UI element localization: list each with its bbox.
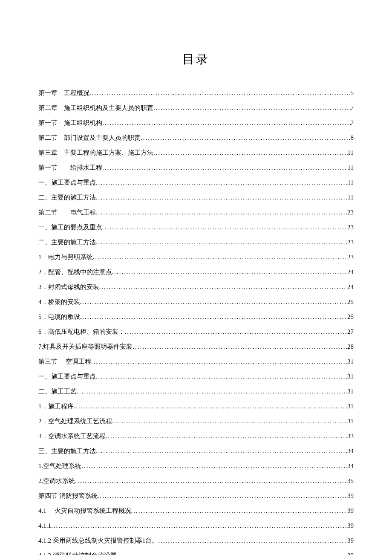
toc-leader-dots [102, 222, 347, 232]
toc-entry-page: 31 [347, 356, 354, 367]
toc-entry: 第一节 施工组织机构7 [38, 118, 354, 128]
toc-leader-dots [99, 282, 348, 292]
toc-leader-dots [93, 252, 348, 262]
toc-leader-dots [153, 103, 351, 113]
toc-entry-text: 三、主要的施工方法 [38, 446, 96, 456]
toc-entry-page: 35 [347, 476, 354, 486]
toc-entry-text: 1 电力与照明系统 [38, 252, 93, 262]
toc-entry-page: 23 [347, 222, 354, 232]
toc-entry-page: 23 [347, 252, 354, 262]
toc-entry: 二、主要的施工方法11 [38, 192, 354, 202]
toc-entry: 一、施工的要点及重点23 [38, 222, 354, 232]
toc-entry: 6．高低压配电柜、箱的安装：27 [38, 327, 354, 337]
toc-entry-page: 11 [348, 192, 354, 202]
toc-entry: 3．封闭式母线的安装24 [38, 282, 354, 292]
toc-entry-text: 3．封闭式母线的安装 [38, 282, 99, 292]
toc-entry-text: 第四节 消防报警系统 [38, 491, 98, 501]
toc-leader-dots [96, 177, 348, 188]
toc-leader-dots [125, 327, 348, 337]
toc-entry: 4.1.139 [38, 520, 354, 531]
toc-leader-dots [89, 88, 351, 98]
toc-entry: 三、主要的施工方法34 [38, 446, 354, 456]
toc-entry-page: 11 [348, 162, 354, 173]
toc-entry-text: 二、主要的施工方法 [38, 192, 96, 202]
toc-entry-text: 第二节 电气工程 [38, 207, 96, 217]
toc-entry: 第三节 空调工程31 [38, 356, 354, 367]
toc-entry-page: 11 [348, 177, 354, 188]
toc-entry-text: 4.1 火灾自动报警系统工程概况 [38, 506, 131, 516]
toc-entry-page: 31 [347, 401, 354, 411]
toc-entry-page: 25 [347, 297, 354, 307]
toc-entry-page: 39 [347, 506, 354, 516]
toc-entry: 3．空调水系统工艺流程33 [38, 431, 354, 441]
toc-entry-page: 5 [351, 88, 354, 98]
toc-leader-dots [112, 267, 348, 277]
toc-entry-page: 39 [347, 550, 354, 555]
toc-entry-page: 24 [347, 282, 354, 292]
toc-entry: 二、主要的施工方法23 [38, 237, 354, 247]
toc-entry-text: 二、主要的施工方法 [38, 237, 96, 247]
toc-entry: 4.1.3 消防联动控制台的设置 39 [38, 550, 354, 555]
toc-leader-dots [96, 446, 347, 456]
toc-entry: 4.1 火灾自动报警系统工程概况39 [38, 506, 354, 516]
toc-entry-text: 4.1.2 采用两线总线制火灾报警控制器1台。 [38, 535, 158, 546]
toc-entry: 第四节 消防报警系统39 [38, 491, 354, 501]
toc-entry-page: 7 [351, 118, 354, 128]
toc-entry-text: 一、施工的要点及重点 [38, 222, 102, 232]
toc-entry: 1．施工程序31 [38, 401, 354, 411]
toc-leader-dots [96, 371, 347, 382]
toc-entry-text: 1．施工程序 [38, 401, 74, 411]
toc-entry-text: 第三节 空调工程 [38, 356, 91, 367]
toc-entry-page: 39 [347, 535, 354, 546]
toc-entry-page: 39 [347, 520, 354, 531]
toc-leader-dots [74, 401, 348, 411]
toc-entry-text: 第一章 工程概况 [38, 88, 89, 98]
toc-leader-dots [75, 476, 347, 486]
toc-entry-page: 34 [347, 446, 354, 456]
toc-entry: 4.1.2 采用两线总线制火灾报警控制器1台。39 [38, 535, 354, 546]
toc-entry-page: 27 [347, 327, 354, 337]
toc-leader-dots [80, 297, 348, 307]
toc-entry-page: 25 [347, 312, 354, 322]
toc-entry: 一、施工要点与重点11 [38, 177, 354, 188]
toc-leader-dots [158, 535, 347, 546]
toc-entry-page: 31 [347, 386, 354, 396]
toc-leader-dots [102, 162, 348, 173]
toc-entry-text: 第一节 给排水工程 [38, 162, 102, 173]
toc-entry-page: 31 [347, 371, 354, 382]
toc-entry-page: 39 [347, 491, 354, 501]
toc-entry-text: 6．高低压配电柜、箱的安装： [38, 327, 125, 337]
toc-entry: 7.灯具及开关插座等照明器件安装28 [38, 341, 354, 352]
toc-leader-dots [141, 133, 351, 143]
toc-entry-text: 3．空调水系统工艺流程 [38, 431, 106, 441]
toc-entry-page: 11 [348, 147, 354, 158]
toc-entry: 2．配管、配线中的注意点24 [38, 267, 354, 277]
toc-title: 目录 [38, 51, 354, 67]
toc-entry: 4．桥架的安装25 [38, 297, 354, 307]
toc-leader-dots [80, 312, 348, 322]
toc-leader-dots [91, 356, 347, 367]
toc-entry-page: 7 [351, 103, 354, 113]
toc-leader-dots [51, 520, 347, 531]
toc-entry: 第一章 工程概况5 [38, 88, 354, 98]
toc-entry-page: 23 [347, 237, 354, 247]
toc-entry-text: 4.1.1 [38, 520, 51, 531]
toc-entry: 第二章 施工组织机构及主要人员的职责7 [38, 103, 354, 113]
toc-entry: 一、施工要点与重点31 [38, 371, 354, 382]
toc-entry: 第二节 电气工程23 [38, 207, 354, 217]
toc-entry-text: 1.空气处理系统 [38, 461, 81, 471]
toc-entry-text: 第一节 施工组织机构 [38, 118, 102, 128]
toc-entry: 第二节 部门设置及主要人员的职责8 [38, 133, 354, 143]
toc-entry-text: 第二节 部门设置及主要人员的职责 [38, 133, 141, 143]
toc-entry: 2．空气处理系统工艺流程31 [38, 416, 354, 426]
toc-list: 第一章 工程概况5第二章 施工组织机构及主要人员的职责7第一节 施工组织机构7第… [38, 88, 354, 555]
toc-entry-text: 5．电缆的敷设 [38, 312, 80, 322]
toc-entry-page: 8 [351, 133, 354, 143]
toc-entry-text: 2.空调水系统 [38, 476, 75, 486]
toc-leader-dots [96, 237, 347, 247]
toc-leader-dots [96, 207, 347, 217]
toc-entry-page: 34 [347, 461, 354, 471]
toc-leader-dots [117, 550, 347, 555]
toc-entry-text: 一、施工要点与重点 [38, 177, 96, 188]
toc-entry-text: 2．配管、配线中的注意点 [38, 267, 112, 277]
